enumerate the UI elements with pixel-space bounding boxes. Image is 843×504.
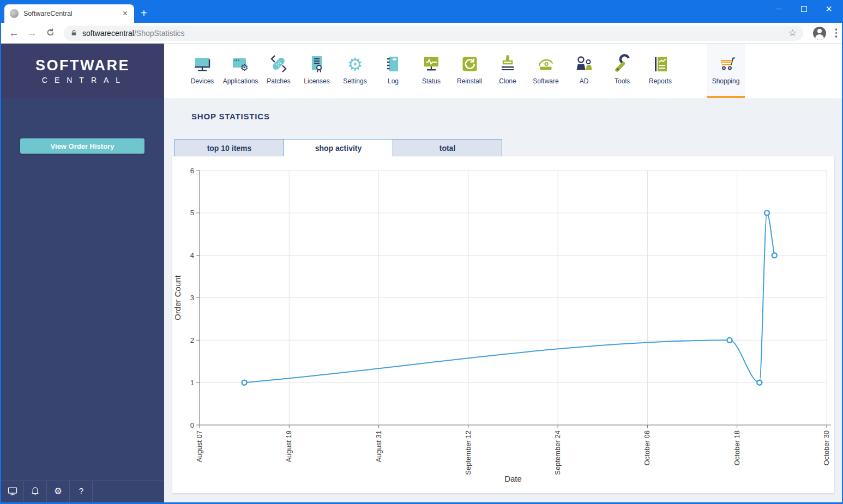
reload-icon[interactable] bbox=[46, 28, 55, 39]
y-tick-label: 0 bbox=[190, 421, 194, 429]
settings-icon: ⚙ bbox=[344, 53, 366, 75]
lock-icon bbox=[70, 29, 77, 37]
tab-close-icon[interactable]: × bbox=[122, 9, 129, 18]
browser-tab[interactable]: SoftwareCentral × bbox=[4, 4, 134, 23]
nav-item-applications[interactable]: ⚙Applications bbox=[221, 44, 260, 98]
x-tick-label: September 24 bbox=[553, 430, 562, 475]
nav-item-shopping[interactable]: Shopping bbox=[707, 44, 745, 98]
url-bar[interactable]: softwarecentral/ShopStatistics ☆ bbox=[64, 26, 803, 41]
browser-menu-icon[interactable] bbox=[835, 28, 837, 37]
nav-item-label: Tools bbox=[615, 77, 630, 85]
nav-item-label: Settings bbox=[343, 77, 366, 85]
back-icon[interactable]: ← bbox=[9, 28, 19, 38]
bookmark-star-icon[interactable]: ☆ bbox=[788, 27, 797, 39]
sidebar-footer-monitor-button[interactable] bbox=[1, 481, 24, 502]
window-minimize-button[interactable] bbox=[766, 0, 791, 17]
help-icon: ? bbox=[76, 485, 87, 499]
log-icon bbox=[382, 53, 404, 75]
sidebar-footer-gear-button[interactable]: ⚙ bbox=[47, 481, 70, 502]
nav-item-patches[interactable]: Patches bbox=[260, 44, 298, 98]
x-tick-label: October 30 bbox=[822, 430, 830, 465]
x-tick-label: September 12 bbox=[464, 430, 472, 475]
reinstall-icon bbox=[459, 53, 480, 75]
url-text: softwarecentral/ShopStatistics bbox=[82, 29, 185, 38]
tab-top-10-items[interactable]: top 10 items bbox=[174, 139, 284, 157]
licenses-icon bbox=[306, 53, 328, 75]
svg-text:⚙: ⚙ bbox=[54, 486, 62, 496]
svg-text:?: ? bbox=[79, 486, 83, 495]
data-point bbox=[772, 253, 777, 258]
nav-item-label: Reports bbox=[649, 77, 672, 85]
nav-item-log[interactable]: Log bbox=[374, 44, 412, 98]
browser-tab-title: SoftwareCentral bbox=[23, 10, 122, 17]
bell-icon bbox=[30, 485, 40, 498]
nav-item-clone[interactable]: Clone bbox=[489, 44, 527, 98]
patches-icon bbox=[268, 53, 290, 75]
sidebar-footer: ⚙? bbox=[1, 481, 164, 502]
x-tick-label: August 19 bbox=[285, 430, 293, 463]
y-axis-title: Order Count bbox=[173, 275, 182, 320]
shop-activity-chart: 0123456August 07August 19August 31Septem… bbox=[172, 156, 834, 493]
nav-item-label: Log bbox=[388, 77, 399, 85]
site-favicon bbox=[10, 9, 19, 18]
gear-icon: ⚙ bbox=[52, 485, 64, 499]
nav-item-label: AD bbox=[580, 77, 589, 85]
svg-text:⚙: ⚙ bbox=[240, 62, 248, 73]
sidebar: SOFTWARE CENTRAL View Order History ⚙? bbox=[1, 44, 164, 502]
x-tick-label: August 31 bbox=[375, 430, 383, 463]
page-content: SHOP STATISTICS top 10 itemsshop activit… bbox=[164, 98, 842, 502]
view-order-history-button[interactable]: View Order History bbox=[20, 138, 144, 154]
logo-line1: SOFTWARE bbox=[35, 57, 130, 74]
applications-icon: ⚙ bbox=[230, 53, 251, 75]
ad-icon bbox=[573, 53, 595, 75]
data-point bbox=[727, 338, 732, 343]
nav-item-tools[interactable]: Tools bbox=[603, 44, 641, 98]
top-navigation: Devices⚙ApplicationsPatchesLicenses⚙Sett… bbox=[164, 44, 842, 98]
nav-item-status[interactable]: Status bbox=[412, 44, 450, 98]
y-tick-label: 5 bbox=[190, 209, 194, 217]
nav-item-label: Clone bbox=[499, 77, 516, 85]
shopping-icon bbox=[715, 53, 737, 75]
nav-item-software[interactable]: Software bbox=[527, 44, 565, 98]
page-title: SHOP STATISTICS bbox=[191, 112, 270, 121]
nav-item-label: Reinstall bbox=[457, 77, 482, 85]
nav-item-label: Software bbox=[533, 77, 558, 85]
nav-item-ad[interactable]: AD bbox=[565, 44, 603, 98]
nav-item-settings[interactable]: ⚙Settings bbox=[336, 44, 374, 98]
software-icon bbox=[535, 53, 557, 75]
x-axis-title: Date bbox=[504, 474, 522, 483]
nav-item-reinstall[interactable]: Reinstall bbox=[450, 44, 489, 98]
nav-item-label: Shopping bbox=[712, 77, 740, 85]
logo: SOFTWARE CENTRAL bbox=[1, 44, 164, 98]
logo-line2: CENTRAL bbox=[38, 76, 127, 84]
y-tick-label: 4 bbox=[190, 251, 194, 259]
nav-item-licenses[interactable]: Licenses bbox=[298, 44, 336, 98]
browser-titlebar: SoftwareCentral × + × bbox=[0, 0, 843, 23]
nav-item-reports[interactable]: Reports bbox=[641, 44, 679, 98]
nav-item-label: Applications bbox=[223, 77, 258, 85]
status-icon bbox=[420, 53, 442, 75]
y-tick-label: 2 bbox=[190, 336, 194, 344]
nav-item-devices[interactable]: Devices bbox=[183, 44, 221, 98]
browser-window: SoftwareCentral × + × ← → softwarecentra… bbox=[0, 0, 843, 504]
window-close-button[interactable]: × bbox=[816, 0, 841, 17]
window-maximize-button[interactable] bbox=[791, 0, 816, 17]
y-tick-label: 6 bbox=[190, 167, 194, 175]
statistics-tabs: top 10 itemsshop activitytotal bbox=[174, 139, 502, 157]
nav-item-label: Licenses bbox=[304, 77, 329, 85]
new-tab-button[interactable]: + bbox=[141, 8, 147, 19]
tab-shop-activity[interactable]: shop activity bbox=[284, 139, 393, 157]
nav-item-label: Patches bbox=[267, 77, 290, 85]
clone-icon bbox=[497, 53, 519, 75]
x-tick-label: October 06 bbox=[643, 430, 651, 465]
nav-item-label: Status bbox=[422, 77, 441, 85]
monitor-icon bbox=[7, 485, 18, 499]
forward-icon[interactable]: → bbox=[27, 28, 37, 38]
sidebar-footer-help-button[interactable]: ? bbox=[70, 481, 93, 502]
devices-icon bbox=[191, 53, 213, 75]
profile-avatar[interactable] bbox=[813, 27, 826, 40]
sidebar-footer-bell-button[interactable] bbox=[24, 481, 47, 502]
tab-total[interactable]: total bbox=[393, 139, 502, 157]
nav-item-label: Devices bbox=[191, 77, 214, 85]
tools-icon bbox=[611, 53, 633, 75]
